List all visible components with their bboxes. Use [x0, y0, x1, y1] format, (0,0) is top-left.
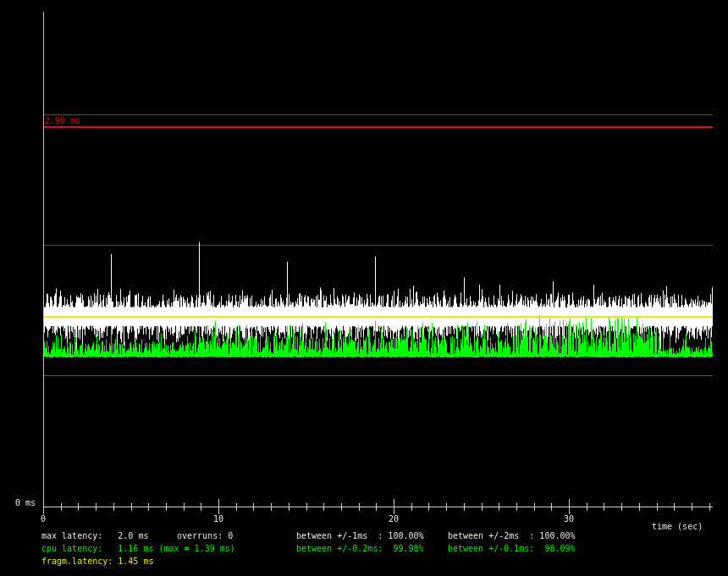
x-minor-tick [184, 503, 185, 511]
plot-area: 2.90 ms 0102030 0 ms time (sec) [0, 0, 728, 525]
x-minor-tick [376, 503, 377, 511]
x-minor-tick [621, 503, 622, 511]
latency-signal-canvas [44, 12, 713, 512]
x-tick-label-0: 0 [41, 514, 46, 523]
x-major-tick [218, 499, 219, 514]
stat-overruns: overruns: 0 [177, 531, 233, 540]
fragment-latency-line [44, 316, 713, 318]
x-minor-tick [534, 503, 535, 511]
x-minor-tick [78, 503, 79, 511]
x-major-tick [43, 499, 44, 514]
x-major-tick [569, 499, 570, 514]
x-tick-label-10: 10 [213, 514, 223, 523]
x-minor-tick [201, 503, 201, 511]
x-minor-tick [306, 503, 307, 511]
x-minor-tick [692, 503, 692, 511]
x-minor-tick [253, 503, 254, 511]
x-minor-tick [482, 503, 483, 511]
stat-between-2ms: between +/-2ms : 100.00% [448, 531, 576, 540]
x-minor-tick [551, 503, 552, 511]
x-minor-tick [428, 503, 429, 511]
max-allowed-latency-label: 2.90 ms [45, 117, 80, 125]
x-minor-tick [271, 503, 272, 511]
x-minor-tick [587, 503, 587, 511]
x-minor-tick [516, 503, 517, 511]
x-minor-tick [61, 503, 62, 511]
x-minor-tick [464, 503, 465, 511]
x-minor-tick [674, 503, 675, 511]
x-minor-tick [639, 503, 640, 511]
x-minor-tick [499, 503, 499, 511]
x-minor-tick [96, 503, 97, 511]
x-minor-tick [411, 503, 412, 511]
x-minor-tick [166, 503, 167, 511]
x-minor-tick [341, 503, 342, 511]
x-minor-tick [148, 503, 149, 511]
x-minor-tick [131, 503, 132, 511]
x-minor-tick [359, 503, 360, 511]
x-minor-tick [709, 503, 710, 511]
x-tick-label-30: 30 [564, 514, 574, 523]
y-axis-zero-label: 0 ms [15, 498, 36, 507]
x-major-tick [394, 499, 394, 514]
x-minor-tick [289, 503, 290, 511]
x-axis-line [43, 507, 713, 507]
x-tick-label-20: 20 [389, 514, 399, 523]
latency-test-screen: 2.90 ms 0102030 0 ms time (sec) max late… [0, 0, 728, 576]
y-axis-line [43, 12, 44, 512]
x-minor-tick [113, 503, 114, 511]
x-minor-tick [657, 503, 658, 511]
x-axis-title: time (sec) [652, 522, 703, 531]
stat-between-1ms: between +/-1ms : 100.00% [296, 531, 424, 540]
x-minor-tick [236, 503, 237, 511]
x-minor-tick [604, 503, 604, 511]
stat-between-01ms: between +/-0.1ms: 98.09% [448, 544, 576, 553]
x-minor-tick [323, 503, 324, 511]
max-allowed-latency-line: 2.90 ms [44, 126, 713, 128]
stat-fragm-latency: fragm.latency: 1.45 ms [41, 557, 153, 566]
stat-between-02ms: between +/-0.2ms: 99.98% [296, 544, 424, 553]
stat-max-latency: max latency: 2.0 ms [41, 531, 148, 540]
x-minor-tick [446, 503, 447, 511]
stat-cpu-latency: cpu latency: 1.16 ms (max = 1.39 ms) [41, 544, 235, 553]
